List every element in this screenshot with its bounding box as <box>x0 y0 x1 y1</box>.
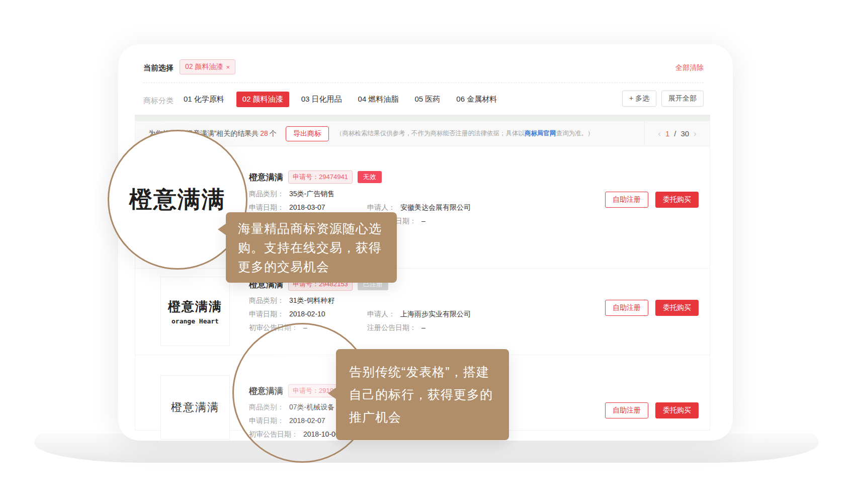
self-register-button[interactable]: 自助注册 <box>605 402 648 418</box>
field-value: – <box>421 323 425 332</box>
field-value: 31类-饲料种籽 <box>289 296 334 305</box>
magnified-trademark-text: 橙意满满 <box>129 184 226 215</box>
pagination: ‹ 1 / 30 › <box>644 121 710 146</box>
trademark-office-link[interactable]: 商标局官网 <box>525 130 556 137</box>
entrust-purchase-button[interactable]: 委托购买 <box>655 300 699 316</box>
clear-all-link[interactable]: 全部清除 <box>675 63 704 72</box>
field-value: 2018-03-07 <box>289 203 325 212</box>
field-value: – <box>421 217 425 226</box>
field-value: 2018-02-07 <box>289 416 325 426</box>
field-label: 申请日期： <box>249 310 284 319</box>
application-number-tag: 申请号：29474941 <box>288 171 353 184</box>
self-register-button[interactable]: 自助注册 <box>605 300 648 316</box>
field-label: 申请日期： <box>249 203 284 212</box>
field-value: 07类-机械设备 <box>289 403 334 412</box>
field-line: 商品类别：31类-饲料种籽 <box>249 296 334 305</box>
field-value: – <box>303 323 307 332</box>
app-no-value: 29474941 <box>319 173 348 181</box>
field-label: 初审公告日期： <box>249 430 298 439</box>
thumbnail-cn-text: 橙意满满 <box>168 298 222 315</box>
category-tab-01[interactable]: 01 化学原料 <box>180 92 228 107</box>
field-value: 2018-02-10 <box>289 310 325 319</box>
category-actions: + 多选 展开全部 <box>622 91 704 107</box>
status-badge: 无效 <box>358 171 382 183</box>
category-filter-label: 商标分类 <box>143 96 174 106</box>
page-separator: / <box>674 129 676 138</box>
field-label: 商品类别： <box>249 190 284 199</box>
category-tab-03[interactable]: 03 日化用品 <box>297 92 346 107</box>
category-tabs: 01 化学原料 02 颜料油漆 03 日化用品 04 燃料油脂 05 医药 06… <box>180 92 501 107</box>
trademark-name: 橙意满满 <box>249 385 283 397</box>
export-trademarks-button[interactable]: 导出商标 <box>286 126 329 141</box>
field-label: 商品类别： <box>249 403 284 412</box>
promo-tooltip-promotion: 告别传统“发表格”，搭建自己的标行，获得更多的推广机会 <box>336 349 509 440</box>
disclaimer-prefix: （商标检索结果仅供参考，不作为商标能否注册的法律依据；具体以 <box>336 130 525 137</box>
thumbnail-en-text: orange Heart <box>172 317 219 325</box>
field-line: 初审公告日期：– 注册公告日期：– <box>249 323 425 332</box>
current-page: 1 <box>665 129 669 138</box>
category-tab-06[interactable]: 06 金属材料 <box>452 92 501 107</box>
summary-unit: 个 <box>270 129 277 137</box>
selected-filter-tag-label: 02 颜料油漆 <box>185 62 223 71</box>
row-actions: 自助注册 委托购买 <box>605 192 699 208</box>
entrust-purchase-button[interactable]: 委托购买 <box>655 402 699 418</box>
field-line: 商品类别：07类-机械设备 <box>249 403 334 412</box>
field-label: 申请人： <box>367 310 395 319</box>
close-icon[interactable]: × <box>226 63 230 71</box>
app-no-label: 申请号： <box>293 173 319 181</box>
total-pages: 30 <box>680 129 689 138</box>
field-label: 注册公告日期： <box>367 323 416 332</box>
self-register-button[interactable]: 自助注册 <box>605 192 648 208</box>
disclaimer-suffix: 查询为准。） <box>556 130 593 137</box>
category-tab-05[interactable]: 05 医药 <box>410 92 444 107</box>
prev-page-icon[interactable]: ‹ <box>658 129 661 139</box>
expand-all-button[interactable]: 展开全部 <box>661 91 704 107</box>
field-label: 申请日期： <box>249 416 284 426</box>
field-line: 商品类别：35类-广告销售 <box>249 190 334 199</box>
entrust-purchase-button[interactable]: 委托购买 <box>655 192 699 208</box>
current-selection-label: 当前选择 <box>143 63 174 73</box>
field-value: 2018-10-06 <box>303 430 339 439</box>
category-tab-04[interactable]: 04 燃料油脂 <box>354 92 403 107</box>
results-count: 28 <box>260 129 268 137</box>
field-value: 安徽美达会展有限公司 <box>400 203 471 212</box>
category-tab-02-selected[interactable]: 02 颜料油漆 <box>236 92 289 107</box>
app-no-label: 申请号： <box>293 387 319 394</box>
field-value: 上海雨步实业有限公司 <box>400 310 471 319</box>
results-header: 为您检索到“橙意满满”相关的结果共28个 导出商标 （商标检索结果仅供参考，不作… <box>135 121 710 146</box>
selected-filter-tag[interactable]: 02 颜料油漆 × <box>180 59 235 74</box>
field-line: 申请日期：2018-03-07 申请人：安徽美达会展有限公司 <box>249 203 471 212</box>
field-label: 申请人： <box>367 203 395 212</box>
dashed-divider <box>143 82 704 83</box>
trademark-thumbnail[interactable]: 橙意满满 orange Heart <box>160 277 230 346</box>
row-actions: 自助注册 委托购买 <box>605 300 699 316</box>
disclaimer-note: （商标检索结果仅供参考，不作为商标能否注册的法律依据；具体以商标局官网查询为准。… <box>336 129 594 138</box>
trademark-thumbnail[interactable]: 橙意满满 <box>160 375 230 440</box>
multi-select-button[interactable]: + 多选 <box>622 91 656 107</box>
section-gap <box>135 115 710 121</box>
field-value: 35类-广告销售 <box>289 190 334 199</box>
page: 当前选择 02 颜料油漆 × 全部清除 商标分类 01 化学原料 02 颜料油漆… <box>0 0 853 504</box>
next-page-icon[interactable]: › <box>694 129 697 139</box>
promo-tooltip-marketplace: 海量精品商标资源随心选购。支持在线交易，获得更多的交易机会 <box>226 212 397 283</box>
trademark-title-line: 橙意满满 申请号：29474941 无效 <box>249 171 382 184</box>
row-actions: 自助注册 委托购买 <box>605 402 699 418</box>
field-line: 申请日期：2018-02-10 申请人：上海雨步实业有限公司 <box>249 310 471 319</box>
field-label: 商品类别： <box>249 296 284 305</box>
thumbnail-cn-text: 橙意满满 <box>171 400 219 415</box>
table-row: 橙意满满 orange Heart 橙意满满 申请号：29482153 已注册 … <box>135 268 710 355</box>
field-label: 初审公告日期： <box>249 323 298 332</box>
trademark-name: 橙意满满 <box>249 172 283 183</box>
